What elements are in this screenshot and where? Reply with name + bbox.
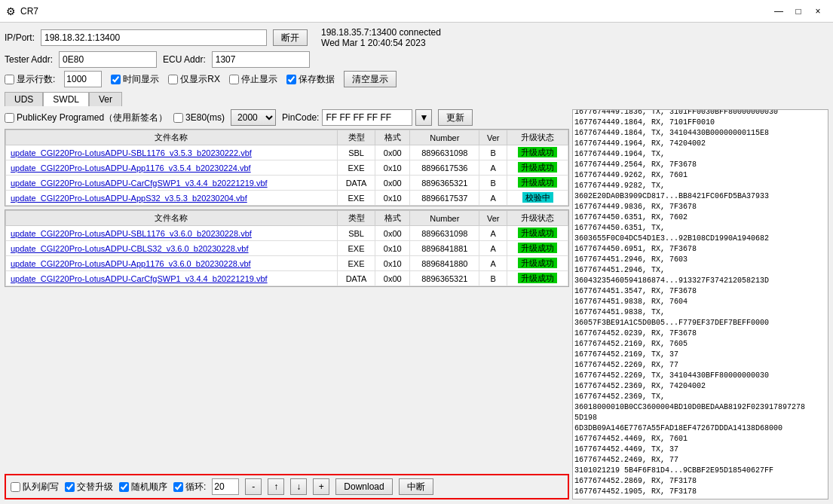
log-line: 1677674452.4469, RX, 7601 — [574, 434, 826, 444]
file-ver: A — [479, 160, 507, 176]
file-number: 8896631098 — [410, 145, 479, 160]
log-line: 1677674452.1905, RX, 7F3178 — [574, 487, 826, 497]
timeout-checkbox[interactable]: 3E80(ms) — [173, 112, 225, 123]
log-line: 1677674449.1964, RX, 74204002 — [574, 139, 826, 149]
file-type: DATA — [337, 271, 375, 286]
queue-write-checkbox[interactable]: 队列刷写 — [11, 481, 59, 493]
log-line: 1677674452.2169, RX, 7605 — [574, 339, 826, 350]
tab-uds[interactable]: UDS — [5, 92, 43, 106]
file-status: 升级成功 — [507, 160, 568, 176]
file-number: 8896631098 — [410, 226, 479, 241]
file-link[interactable]: update_CGI220Pro-LotusADPU-CarCfgSWP1_v3… — [6, 271, 338, 286]
ip-port-label: IP/Port: — [5, 32, 35, 43]
log-line: 1677674452.2469, RX, 77 — [574, 455, 826, 466]
time-display-checkbox[interactable]: 时间显示 — [111, 73, 159, 86]
swdl-options: PublicKey Programed（使用新签名） 3E80(ms) 2000… — [5, 109, 569, 126]
file-link[interactable]: update_CGI220Pro-LotusADPU-SBL1176_v3.5.… — [6, 145, 338, 160]
plus-button[interactable]: + — [313, 478, 329, 495]
spacer — [5, 290, 569, 471]
ip-port-input[interactable] — [41, 29, 267, 46]
file-link[interactable]: update_CGI220Pro-LotusADPU-CBLS32_v3.6.0… — [6, 241, 338, 256]
loop-value-input[interactable] — [212, 478, 239, 495]
log-panel[interactable]: 1677674442.7194, RX, 7F31781677674445.21… — [572, 109, 828, 499]
col-number-1: Number — [410, 130, 479, 145]
random-order-checkbox[interactable]: 随机顺序 — [119, 481, 167, 493]
tab-swdl[interactable]: SWDL — [43, 92, 89, 106]
file-number: 8896365321 — [410, 271, 479, 286]
file-ver: B — [479, 145, 507, 160]
show-row-count-checkbox[interactable]: 显示行数: — [5, 73, 55, 86]
col-filename-2: 文件名称 — [6, 211, 338, 226]
file-link[interactable]: update_CGI220Pro-LotusADPU-App1176_v3.6.… — [6, 256, 338, 271]
save-data-checkbox[interactable]: 保存数据 — [286, 73, 335, 86]
alternate-checkbox[interactable]: 交替升级 — [65, 481, 113, 493]
table-row: update_CGI220Pro-LotusADPU-CarCfgSWP1_v3… — [6, 271, 568, 286]
file-type: EXE — [337, 241, 375, 256]
file-ver: A — [479, 226, 507, 241]
file-format: 0x10 — [375, 241, 410, 256]
abort-button[interactable]: 中断 — [399, 478, 433, 495]
down-button[interactable]: ↓ — [290, 478, 307, 495]
timeout-select[interactable]: 2000 — [231, 109, 276, 126]
log-line: 1677674449.1964, TX, — [574, 149, 826, 160]
stop-display-checkbox[interactable]: 停止显示 — [229, 73, 277, 86]
file-table-1-table: 文件名称 类型 格式 Number Ver 升级状态 update_CGI220… — [5, 130, 568, 206]
table-row: update_CGI220Pro-LotusADPU-SBL1176_v3.6.… — [6, 226, 568, 241]
pincode-label: PinCode: — [282, 112, 319, 123]
col-number-2: Number — [410, 211, 479, 226]
file-link[interactable]: update_CGI220Pro-LotusADPU-SBL1176_v3.6.… — [6, 226, 338, 241]
file-link[interactable]: update_CGI220Pro-LotusADPU-App1176_v3.5.… — [6, 160, 338, 176]
disconnect-button[interactable]: 断开 — [273, 29, 308, 46]
file-number: 8896841881 — [410, 241, 479, 256]
file-link[interactable]: update_CGI220Pro-LotusADPU-CarCfgSWP1_v3… — [6, 176, 338, 191]
maximize-button[interactable]: □ — [789, 4, 807, 19]
file-format: 0x00 — [375, 226, 410, 241]
log-line: 1677674452.2269, RX, 77 — [574, 360, 826, 371]
file-ver: B — [479, 271, 507, 286]
up-button[interactable]: ↑ — [268, 478, 284, 495]
title-bar-left: ⚙ CR7 — [6, 5, 38, 17]
table-row: update_CGI220Pro-LotusADPU-CBLS32_v3.6.0… — [6, 241, 568, 256]
download-button[interactable]: Download — [335, 478, 392, 495]
log-line: 1677674451.2946, RX, 7603 — [574, 255, 826, 265]
loop-checkbox[interactable]: 循环: — [173, 481, 206, 493]
file-link[interactable]: update_CGI220Pro-LotusADPU-AppS32_v3.5.3… — [6, 191, 338, 206]
title-bar-controls: — □ × — [770, 4, 827, 19]
col-format-1: 格式 — [375, 130, 410, 145]
file-status: 升级成功 — [507, 256, 568, 271]
file-format: 0x10 — [375, 191, 410, 206]
options-row: 显示行数: 时间显示 仅显示RX 停止显示 保存数据 清空显示 — [5, 71, 828, 87]
file-type: DATA — [337, 176, 375, 191]
pincode-row: PinCode: ▼ — [282, 109, 432, 126]
update-button[interactable]: 更新 — [438, 109, 473, 126]
tab-ver[interactable]: Ver — [89, 92, 122, 106]
file-type: EXE — [337, 191, 375, 206]
row-count-input[interactable] — [64, 71, 102, 87]
log-line: 3603655F0C04DC54D1E3...92B108CD1990A1940… — [574, 234, 826, 244]
minus-button[interactable]: - — [245, 478, 262, 495]
file-table-2: 文件名称 类型 格式 Number Ver 升级状态 update_CGI220… — [5, 209, 569, 287]
file-status: 升级成功 — [507, 271, 568, 286]
log-line: 1677674449.2564, RX, 7F3678 — [574, 160, 826, 170]
tester-addr-input[interactable] — [59, 51, 157, 68]
col-type-2: 类型 — [337, 211, 375, 226]
pincode-dropdown[interactable]: ▼ — [415, 109, 432, 126]
tab-row: UDS SWDL Ver — [5, 92, 828, 106]
file-ver: A — [479, 256, 507, 271]
log-line: 1677674449.1836, TX, 3101FF0030BFF800000… — [574, 109, 826, 118]
file-format: 0x00 — [375, 145, 410, 160]
addr-row: Tester Addr: ECU Addr: — [5, 51, 828, 68]
col-status-1: 升级状态 — [507, 130, 568, 145]
log-line: 1677674452.2869, RX, 7F3178 — [574, 476, 826, 487]
col-type-1: 类型 — [337, 130, 375, 145]
col-filename-1: 文件名称 — [6, 130, 338, 145]
clear-display-button[interactable]: 清空显示 — [344, 71, 397, 87]
log-line: 1677674452.0239, RX, 7F3678 — [574, 328, 826, 339]
pincode-input[interactable] — [322, 109, 412, 126]
file-status: 校验中 — [507, 191, 568, 206]
only-rx-checkbox[interactable]: 仅显示RX — [168, 73, 220, 86]
minimize-button[interactable]: — — [770, 4, 788, 19]
close-button[interactable]: × — [809, 4, 827, 19]
ecu-addr-input[interactable] — [212, 51, 310, 68]
public-key-checkbox[interactable]: PublicKey Programed（使用新签名） — [5, 111, 167, 124]
